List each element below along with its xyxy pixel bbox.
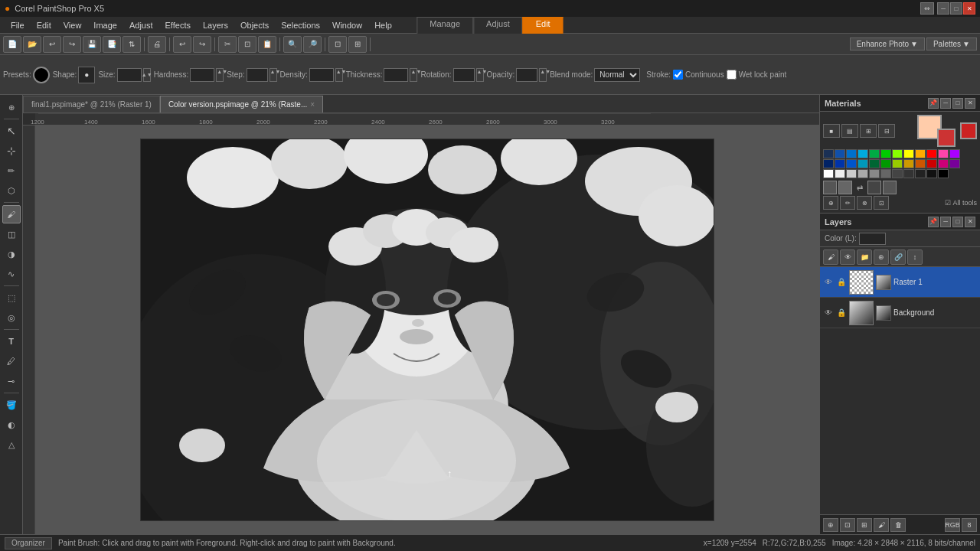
layers-close-btn[interactable]: ✕: [965, 217, 975, 227]
sw2-10[interactable]: [926, 159, 937, 168]
presets-swatch[interactable]: [33, 67, 50, 83]
rotation-input[interactable]: 0: [453, 68, 475, 82]
opacity-input[interactable]: 38: [516, 68, 537, 82]
layer-arrange-btn[interactable]: ↕: [907, 249, 923, 265]
layer-item-bg[interactable]: 👁 🔒 Background: [820, 298, 980, 328]
density-input[interactable]: 100: [309, 68, 334, 82]
new-layer-btn[interactable]: ⊕: [823, 518, 838, 532]
undo-btn[interactable]: ↩: [173, 36, 191, 53]
menu-layers[interactable]: Layers: [197, 19, 234, 31]
menu-edit[interactable]: Edit: [31, 19, 57, 31]
palettes-btn[interactable]: Palettes ▼: [926, 37, 977, 51]
materials-max-btn[interactable]: □: [952, 98, 963, 109]
sw-brightblue[interactable]: [846, 149, 857, 158]
layer-vis-bg[interactable]: 👁: [823, 308, 834, 318]
layer-lock-raster1[interactable]: 🔒: [836, 277, 847, 288]
sw2-4[interactable]: [858, 159, 868, 168]
density-spin[interactable]: ▲▼: [335, 68, 343, 82]
organizer-tab[interactable]: Organizer: [5, 537, 52, 549]
redo-btn[interactable]: ↪: [193, 36, 211, 53]
paste-btn[interactable]: 📋: [258, 36, 276, 53]
tex-sw1[interactable]: [823, 181, 837, 194]
sw-mgray2[interactable]: [880, 169, 891, 178]
eraser-tool-btn[interactable]: ◫: [2, 225, 21, 243]
sw-lgray3[interactable]: [858, 169, 868, 178]
sw2-5[interactable]: [869, 159, 880, 168]
materials-close-btn[interactable]: ✕: [965, 98, 975, 109]
blend-select[interactable]: Normal: [594, 68, 640, 82]
copy-layer-btn[interactable]: ⊡: [840, 518, 855, 532]
thickness-input[interactable]: 100: [384, 68, 408, 82]
mat-delete-btn[interactable]: ⊗: [857, 196, 872, 210]
back-btn[interactable]: ↩: [43, 36, 61, 53]
layers-max-btn[interactable]: □: [952, 217, 963, 227]
cut-btn[interactable]: ✂: [218, 36, 237, 53]
close-btn[interactable]: ✕: [963, 2, 975, 15]
mat-solid-btn[interactable]: ■: [823, 124, 840, 138]
sw-lgray1[interactable]: [835, 169, 845, 178]
dodge-tool-btn[interactable]: ◐: [2, 416, 21, 434]
sw-dgray4[interactable]: [926, 169, 937, 178]
brush-tool-btn[interactable]: 🖌: [2, 205, 21, 223]
layer-link-btn[interactable]: 🔗: [890, 249, 906, 265]
fit-btn[interactable]: ⊡: [328, 36, 347, 53]
tex-sw3[interactable]: [867, 181, 881, 194]
copy-btn[interactable]: ⊡: [238, 36, 256, 53]
menu-window[interactable]: Window: [326, 19, 368, 31]
flood-fill-btn[interactable]: 🪣: [2, 396, 21, 414]
layers-opacity-input[interactable]: 100: [859, 233, 886, 245]
shape-select[interactable]: ●: [78, 67, 95, 83]
text-tool-btn[interactable]: T: [2, 332, 21, 350]
sw-dgray3[interactable]: [915, 169, 926, 178]
materials-pin-btn[interactable]: 📌: [928, 98, 939, 109]
sw2-6[interactable]: [880, 159, 891, 168]
sw-green1[interactable]: [869, 149, 880, 158]
save-as-btn[interactable]: 📑: [103, 36, 121, 53]
thickness-spin[interactable]: ▲▼: [410, 68, 417, 82]
opacity-spin[interactable]: ▲▼: [539, 68, 547, 82]
layer-item-raster1[interactable]: 👁 🔒 Raster 1: [820, 267, 980, 298]
size-input[interactable]: 23: [117, 68, 142, 82]
doc-tab-final1[interactable]: final1.pspimage* @ 21% (Raster 1): [23, 96, 160, 112]
mat-copy-btn[interactable]: ⊡: [874, 196, 889, 210]
minimize-btn[interactable]: ─: [937, 2, 949, 15]
layer-merge-btn[interactable]: ⊕: [874, 249, 889, 265]
menu-objects[interactable]: Objects: [234, 19, 275, 31]
tex-sw4[interactable]: [883, 181, 897, 194]
step-input[interactable]: 10: [247, 68, 268, 82]
sw2-7[interactable]: [892, 159, 903, 168]
tex-sw2[interactable]: [838, 181, 852, 194]
sw2-11[interactable]: [938, 159, 949, 168]
hardness-input[interactable]: 80: [190, 68, 214, 82]
smear-tool-btn[interactable]: ∿: [2, 265, 21, 283]
delete-layer-btn[interactable]: 🗑: [890, 518, 906, 532]
enhance-photo-btn[interactable]: Enhance Photo ▼: [850, 37, 925, 51]
print-btn[interactable]: 🖨: [148, 36, 166, 53]
rotation-spin[interactable]: ▲▼: [476, 68, 484, 82]
doc-tab-close[interactable]: ×: [310, 100, 315, 109]
sw-black[interactable]: [938, 169, 949, 178]
merge-all-btn[interactable]: ⊞: [857, 518, 872, 532]
menu-help[interactable]: Help: [368, 19, 398, 31]
mat-add-btn[interactable]: ⊕: [823, 196, 838, 210]
mat-edit-btn[interactable]: ✏: [840, 196, 855, 210]
restore-btn[interactable]: □: [950, 2, 962, 15]
crop-tool-btn[interactable]: ⬡: [2, 181, 21, 200]
zoom-in-btn[interactable]: 🔍: [283, 36, 302, 53]
layers-pin-btn[interactable]: 📌: [928, 217, 939, 227]
step-spin[interactable]: ▲▼: [270, 68, 277, 82]
sharpen-tool-btn[interactable]: △: [2, 435, 21, 454]
sw2-8[interactable]: [903, 159, 914, 168]
selection-tool-btn[interactable]: ⬚: [2, 289, 21, 307]
mat-gradient-btn[interactable]: ▤: [841, 124, 858, 138]
layers-min-btn[interactable]: ─: [940, 217, 951, 227]
switch-arrow[interactable]: ⇄: [854, 181, 866, 194]
hardness-spin[interactable]: ▲▼: [216, 68, 224, 82]
clone-tool-btn[interactable]: ◑: [2, 245, 21, 263]
materials-min-btn[interactable]: ─: [940, 98, 951, 109]
layer-vis-raster1[interactable]: 👁: [823, 277, 834, 288]
sw-red[interactable]: [926, 149, 937, 158]
continuous-check[interactable]: [673, 70, 683, 80]
sw-orange[interactable]: [915, 149, 926, 158]
deform-tool-btn[interactable]: ⊹: [2, 142, 21, 160]
